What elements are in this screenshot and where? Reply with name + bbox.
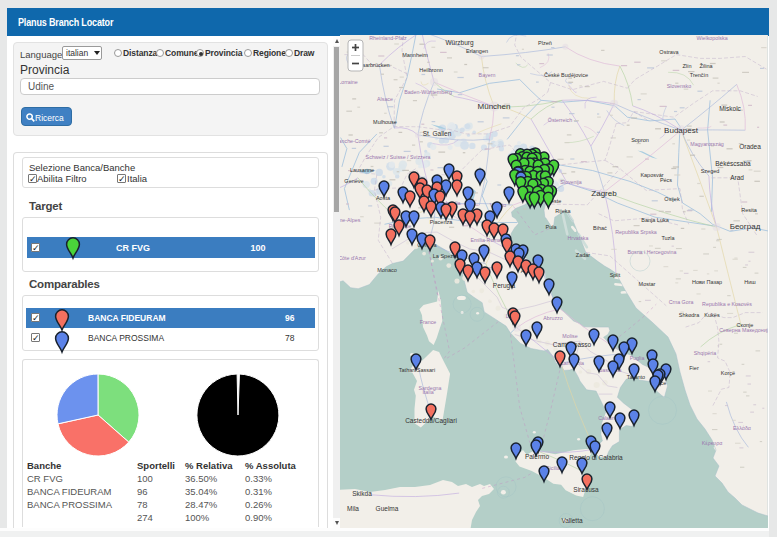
svg-text:Budapest: Budapest	[664, 126, 699, 135]
svg-text:Rhône-Alpes: Rhône-Alpes	[340, 217, 361, 223]
svg-text:Molise: Molise	[562, 333, 577, 339]
svg-text:Fier: Fier	[689, 365, 699, 371]
svg-text:Guelma: Guelma	[376, 505, 399, 512]
svg-text:Miskolc: Miskolc	[719, 105, 741, 112]
svg-text:Békéscsaba: Békéscsaba	[715, 160, 751, 167]
svg-text:Zlín: Zlín	[682, 63, 691, 69]
svg-text:Žilina: Žilina	[699, 62, 713, 69]
svg-text:Shqipëria: Shqipëria	[694, 350, 716, 356]
svg-text:Bihać: Bihać	[593, 225, 607, 231]
svg-text:Hrvatska: Hrvatska	[568, 235, 589, 241]
svg-text:Arad: Arad	[730, 174, 744, 181]
svg-text:Mannheim: Mannheim	[402, 52, 428, 58]
svg-text:Ostrava: Ostrava	[659, 49, 679, 55]
svg-text:Banja Luka: Banja Luka	[641, 217, 669, 223]
svg-text:Sardegna: Sardegna	[419, 385, 442, 391]
svg-text:France: France	[420, 319, 437, 325]
svg-text:Abruzzo: Abruzzo	[543, 315, 562, 321]
svg-text:Puglia: Puglia	[630, 355, 645, 361]
svg-text:Mulhouse: Mulhouse	[373, 119, 397, 125]
svg-text:Slovenija: Slovenija	[560, 179, 582, 185]
svg-text:Wielkopolska: Wielkopolska	[696, 35, 727, 41]
svg-text:Pécs: Pécs	[660, 177, 672, 183]
svg-text:Београд: Београд	[730, 222, 761, 231]
svg-text:Schweiz / Suisse / Svizzera: Schweiz / Suisse / Svizzera	[366, 154, 431, 160]
svg-text:Oradea: Oradea	[739, 143, 761, 150]
svg-text:Würzburg: Würzburg	[445, 39, 474, 47]
svg-text:Slovensko: Slovensko	[667, 83, 691, 89]
svg-text:Split: Split	[610, 272, 621, 278]
svg-text:Monaco: Monaco	[377, 267, 397, 273]
svg-text:Genève: Genève	[344, 178, 363, 184]
svg-text:Côte d'Azur: Côte d'Azur	[340, 255, 366, 261]
svg-text:Bayern: Bayern	[479, 72, 496, 78]
svg-text:Heilbronn: Heilbronn	[419, 67, 443, 73]
svg-text:St. Gallen: St. Gallen	[423, 130, 452, 137]
svg-text:Lausanne: Lausanne	[350, 167, 374, 173]
svg-text:Crna Gora: Crna Gora	[669, 299, 694, 305]
svg-text:Piacenza: Piacenza	[430, 219, 454, 225]
svg-text:Skikda: Skikda	[352, 490, 372, 497]
svg-text:Нови Пазар: Нови Пазар	[692, 279, 722, 285]
svg-text:Rijeka: Rijeka	[555, 208, 571, 214]
svg-text:Rheinland-Pfalz: Rheinland-Pfalz	[369, 35, 407, 41]
svg-text:Osijek: Osijek	[664, 196, 680, 202]
svg-text:Korçë: Korçë	[721, 370, 735, 376]
svg-text:Mila: Mila	[347, 505, 359, 512]
svg-text:Franche-Comté: Franche-Comté	[340, 138, 370, 144]
svg-text:Sopron: Sopron	[631, 137, 649, 143]
svg-text:České Budějovice: České Budějovice	[544, 72, 588, 78]
svg-text:Baden-Württemberg: Baden-Württemberg	[404, 89, 452, 95]
svg-text:Valletta: Valletta	[561, 517, 583, 524]
svg-text:Österreich: Österreich	[548, 117, 572, 123]
svg-text:Erlangen: Erlangen	[466, 48, 488, 54]
svg-text:Mostar: Mostar	[639, 281, 656, 287]
svg-text:Bosna i Hercegovina: Bosna i Hercegovina	[628, 249, 677, 255]
svg-text:Alsace: Alsace	[377, 96, 393, 102]
svg-text:Zadar: Zadar	[576, 252, 591, 258]
svg-text:Lorraine: Lorraine	[340, 79, 358, 85]
svg-text:Plzeň: Plzeň	[538, 40, 552, 46]
svg-text:München: München	[478, 102, 511, 111]
svg-text:Zagreb: Zagreb	[591, 189, 617, 198]
svg-text:Trenčín: Trenčín	[690, 72, 708, 78]
svg-text:Κέρκυρα: Κέρκυρα	[702, 440, 723, 446]
svg-text:Magyarország: Magyarország	[690, 141, 724, 147]
svg-text:Ελλάδα: Ελλάδα	[733, 425, 751, 431]
svg-text:Republika Srpska: Republika Srpska	[615, 229, 657, 235]
svg-text:Pula: Pula	[545, 224, 557, 230]
svg-text:Tuzla: Tuzla	[661, 235, 675, 241]
svg-text:Resita: Resita	[741, 207, 758, 213]
svg-text:Kukës: Kukës	[704, 312, 720, 318]
svg-text:Republika e Kosovës: Republika e Kosovës	[702, 301, 752, 307]
svg-text:Szeged: Szeged	[701, 168, 720, 174]
svg-text:Ниш: Ниш	[744, 279, 756, 285]
svg-text:Shkodra: Shkodra	[679, 312, 700, 318]
svg-text:Северна Македонија: Северна Македонија	[719, 327, 768, 333]
